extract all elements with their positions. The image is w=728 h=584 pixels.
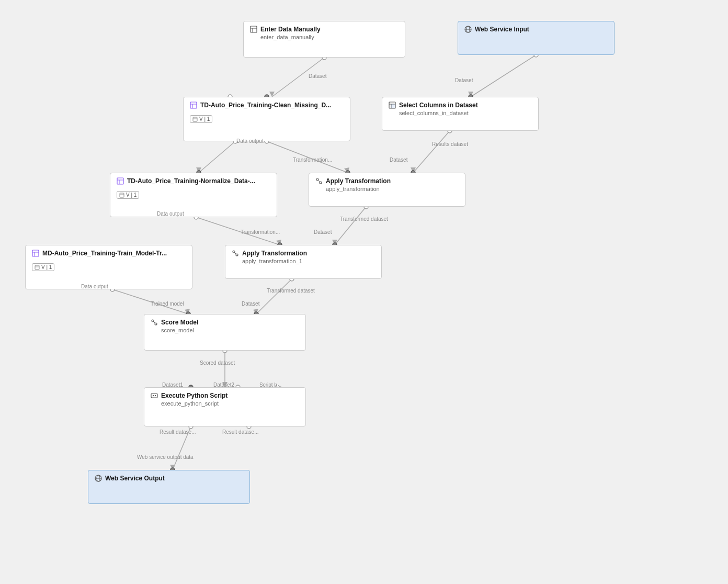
apply-transformation-2-title: Apply Transformation xyxy=(242,250,307,257)
svg-rect-62 xyxy=(391,104,395,108)
apply-transformation-1-subtitle: apply_transformation xyxy=(315,186,459,192)
execute-python-title: Execute Python Script xyxy=(161,392,228,399)
table-icon-4 xyxy=(32,250,39,257)
svg-line-2 xyxy=(471,55,536,97)
select-columns-subtitle: select_columns_in_dataset xyxy=(389,110,532,116)
svg-line-78 xyxy=(234,252,236,254)
select-columns-title: Select Columns in Dataset xyxy=(399,102,478,109)
label-script-b: Script b... xyxy=(259,382,281,388)
normalize-data-title: TD-Auto_Price_Training-Normalize_Data-..… xyxy=(127,177,255,185)
label-data-output-1: Data output xyxy=(236,138,264,144)
svg-marker-15 xyxy=(185,309,190,314)
svg-point-76 xyxy=(233,251,235,253)
apply-transformation-1-title: Apply Transformation xyxy=(326,177,391,185)
transform-icon-2 xyxy=(232,250,239,257)
web-service-output-title: Web Service Output xyxy=(105,475,165,482)
svg-line-12 xyxy=(335,207,366,245)
label-trained-model: Trained model xyxy=(151,301,184,307)
svg-marker-13 xyxy=(332,240,337,245)
label-dataset1: Dataset1 xyxy=(162,382,183,388)
web-service-output-node[interactable]: Web Service Output xyxy=(88,470,250,504)
label-result-2: Result datase... xyxy=(222,429,258,435)
svg-marker-7 xyxy=(411,167,416,173)
label-transformation-1: Transformation... xyxy=(293,157,332,163)
label-dataset-1: Dataset xyxy=(309,73,326,79)
svg-marker-5 xyxy=(344,167,349,173)
apply-transformation-2-node[interactable]: Apply Transformation apply_transformatio… xyxy=(225,245,382,279)
score-model-node[interactable]: Score Model score_model xyxy=(144,314,306,351)
svg-line-8 xyxy=(199,141,235,173)
label-dataset-5: Dataset xyxy=(242,301,259,307)
svg-point-83 xyxy=(153,395,154,396)
label-data-output-2: Data output xyxy=(157,211,184,217)
label-scored-dataset: Scored dataset xyxy=(200,360,235,366)
label-result-1: Result datase... xyxy=(160,429,196,435)
enter-data-subtitle: enter_data_manually xyxy=(250,34,399,40)
svg-rect-57 xyxy=(193,117,197,121)
execute-python-node[interactable]: Execute Python Script execute_python_scr… xyxy=(144,387,306,426)
svg-rect-71 xyxy=(32,250,39,256)
clean-missing-title: TD-Auto_Price_Training-Clean_Missing_D..… xyxy=(200,102,331,109)
svg-rect-74 xyxy=(35,265,39,269)
label-dataset2: Dataset2 xyxy=(213,382,234,388)
apply-transformation-1-node[interactable]: Apply Transformation apply_transformatio… xyxy=(309,173,465,207)
label-web-output-data: Web service output data xyxy=(137,454,194,460)
label-data-output-3: Data output xyxy=(81,284,108,289)
label-dataset-3: Dataset xyxy=(390,157,407,163)
svg-marker-9 xyxy=(196,167,201,173)
enter-data-node[interactable]: Enter Data Manually enter_data_manually xyxy=(243,21,405,58)
svg-marker-1 xyxy=(269,92,275,97)
train-model-badge: V | 1 xyxy=(32,263,54,271)
web-service-input-node[interactable]: Web Service Input xyxy=(458,21,615,55)
select-columns-node[interactable]: Select Columns in Dataset select_columns… xyxy=(382,97,539,131)
score-icon xyxy=(151,319,158,326)
clean-missing-badge: V | 1 xyxy=(190,115,212,123)
svg-rect-82 xyxy=(151,394,157,398)
label-transformed-1: Transformed dataset xyxy=(340,216,388,222)
globe-icon-2 xyxy=(95,475,102,482)
label-dataset-2: Dataset xyxy=(455,77,473,83)
transform-icon-1 xyxy=(315,177,323,185)
apply-transformation-2-subtitle: apply_transformation_1 xyxy=(232,258,375,264)
normalize-data-badge: V | 1 xyxy=(117,191,139,199)
svg-marker-3 xyxy=(468,92,473,97)
label-transformation-2: Transformation... xyxy=(241,229,280,235)
label-results-dataset: Results dataset xyxy=(432,141,468,147)
svg-point-77 xyxy=(236,254,238,256)
python-icon xyxy=(151,392,158,399)
svg-line-81 xyxy=(153,321,155,323)
pipeline-canvas: Enter Data Manually enter_data_manually … xyxy=(0,0,728,584)
table-icon-3 xyxy=(117,177,124,185)
svg-line-6 xyxy=(413,131,450,173)
svg-marker-21 xyxy=(170,465,175,470)
label-transformed-2: Transformed dataset xyxy=(267,288,315,294)
enter-data-title: Enter Data Manually xyxy=(260,26,321,33)
svg-line-16 xyxy=(256,279,292,314)
svg-rect-54 xyxy=(190,102,197,108)
score-model-title: Score Model xyxy=(161,319,198,326)
globe-icon xyxy=(464,26,472,33)
normalize-data-node[interactable]: TD-Auto_Price_Training-Normalize_Data-..… xyxy=(110,173,277,217)
svg-rect-48 xyxy=(251,26,257,32)
train-model-node[interactable]: MD-Auto_Price_Training-Train_Model-Tr...… xyxy=(25,245,192,289)
clean-missing-node[interactable]: TD-Auto_Price_Training-Clean_Missing_D..… xyxy=(183,97,350,141)
svg-point-84 xyxy=(155,395,156,396)
svg-line-70 xyxy=(318,180,320,182)
svg-marker-17 xyxy=(253,309,258,314)
select-icon xyxy=(389,102,396,109)
svg-rect-63 xyxy=(117,178,123,184)
train-model-title: MD-Auto_Price_Training-Train_Model-Tr... xyxy=(42,250,167,257)
execute-python-subtitle: execute_python_script xyxy=(151,400,299,407)
svg-marker-11 xyxy=(276,240,281,245)
label-dataset-4: Dataset xyxy=(314,229,332,235)
score-model-subtitle: score_model xyxy=(151,327,299,333)
table-icon xyxy=(250,26,257,33)
web-service-input-title: Web Service Input xyxy=(475,26,529,33)
svg-rect-66 xyxy=(120,193,124,197)
table-icon-2 xyxy=(190,102,197,109)
